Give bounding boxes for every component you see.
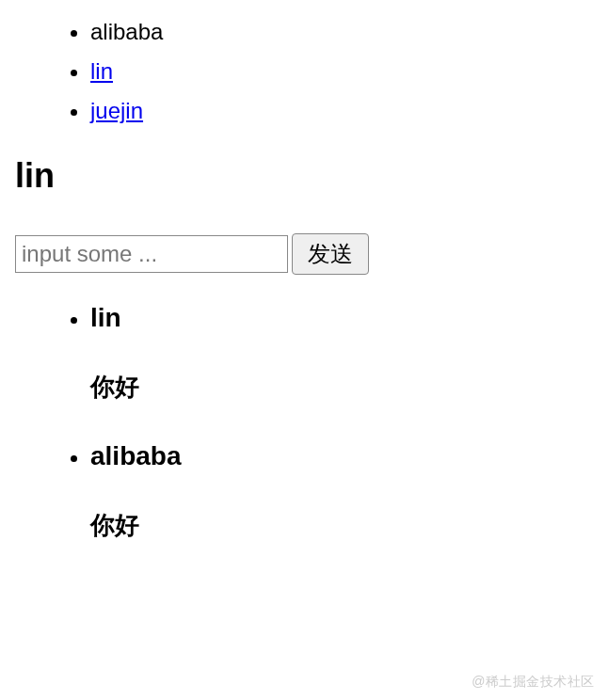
page-heading: lin [15,156,593,196]
nav-link-lin[interactable]: lin [90,58,113,84]
message-item: alibaba 你好 [90,441,593,542]
message-content: 你好 [90,509,593,542]
message-input[interactable] [15,235,288,273]
nav-link-juejin[interactable]: juejin [90,98,143,123]
nav-item-lin: lin [90,55,593,88]
message-input-row: 发送 [15,233,593,275]
nav-item-juejin: juejin [90,94,593,128]
nav-item-label: alibaba [90,19,163,44]
nav-list: alibaba lin juejin [15,15,593,128]
message-item: lin 你好 [90,303,593,404]
message-sender: lin [90,303,593,333]
message-content: 你好 [90,371,593,404]
message-list: lin 你好 alibaba 你好 [15,303,593,542]
watermark: @稀土掘金技术社区 [472,674,595,691]
send-button[interactable]: 发送 [292,233,369,275]
message-sender: alibaba [90,441,593,471]
nav-item-alibaba: alibaba [90,15,593,49]
